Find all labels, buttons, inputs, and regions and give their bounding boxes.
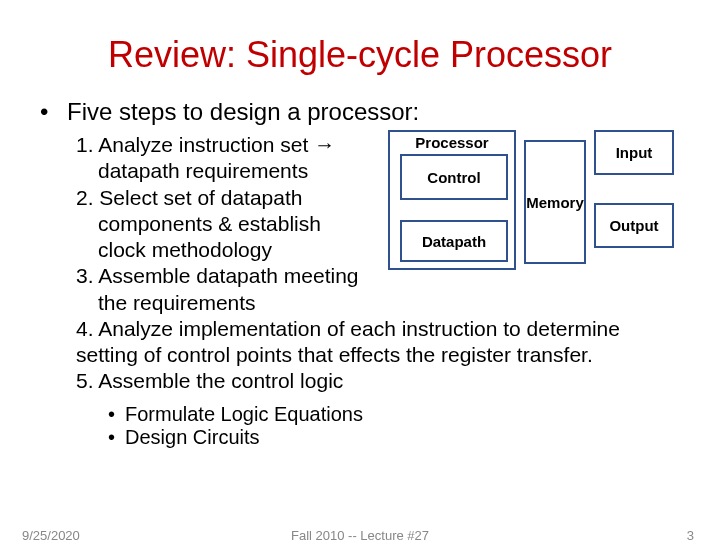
output-box: Output bbox=[594, 203, 674, 248]
processor-diagram: Processor Control Datapath Memory Input … bbox=[388, 130, 674, 276]
lead-bullet: Five steps to design a processor: bbox=[40, 98, 680, 126]
sub-bullet-2-text: Design Circuits bbox=[125, 426, 259, 448]
lead-bullet-text: Five steps to design a processor: bbox=[67, 98, 419, 125]
datapath-box: Datapath bbox=[400, 220, 508, 262]
footer-page-number: 3 bbox=[687, 528, 694, 540]
sub-bullet-2: Design Circuits bbox=[108, 426, 680, 449]
slide-title: Review: Single-cycle Processor bbox=[40, 34, 680, 76]
step-3-line2: the requirements bbox=[98, 290, 680, 316]
footer-center: Fall 2010 -- Lecture #27 bbox=[0, 528, 720, 540]
io-group: Input Output bbox=[594, 130, 674, 276]
processor-box: Processor Control Datapath bbox=[388, 130, 516, 270]
sub-bullets: Formulate Logic Equations Design Circuit… bbox=[108, 403, 680, 449]
control-box: Control bbox=[400, 154, 508, 200]
input-box: Input bbox=[594, 130, 674, 175]
content-row: Processor Control Datapath Memory Input … bbox=[40, 132, 680, 449]
memory-box: Memory bbox=[524, 140, 586, 264]
slide: Review: Single-cycle Processor Five step… bbox=[0, 0, 720, 540]
step-5: 5. Assemble the control logic bbox=[76, 368, 680, 394]
processor-label: Processor bbox=[390, 134, 514, 151]
step-4: 4. Analyze implementation of each instru… bbox=[76, 316, 680, 369]
sub-bullet-1-text: Formulate Logic Equations bbox=[125, 403, 363, 425]
sub-bullet-1: Formulate Logic Equations bbox=[108, 403, 680, 426]
